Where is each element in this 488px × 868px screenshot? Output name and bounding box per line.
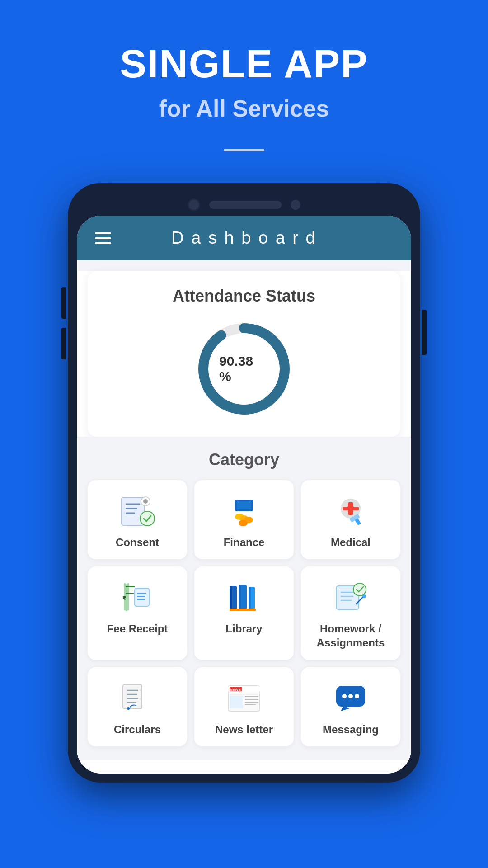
svg-point-41	[362, 594, 366, 598]
homework-icon	[330, 579, 371, 615]
attendance-title: Attendance Status	[173, 287, 315, 306]
circulars-label: Circulars	[114, 722, 161, 736]
homework-label: Homework / Assignments	[308, 622, 393, 650]
svg-text:NEWS: NEWS	[230, 688, 241, 692]
medical-label: Medical	[331, 535, 371, 549]
dashboard-title: D a s h b o a r d	[171, 228, 316, 248]
library-icon	[224, 579, 264, 615]
side-button-left1	[61, 287, 66, 319]
messaging-label: Messaging	[323, 722, 379, 736]
phone-notch	[77, 192, 411, 216]
library-label: Library	[225, 622, 262, 636]
category-circulars[interactable]: Circulars	[88, 667, 187, 746]
hamburger-line	[95, 237, 111, 239]
category-title: Category	[88, 450, 400, 469]
hamburger-menu[interactable]	[95, 232, 111, 244]
svg-rect-22	[126, 593, 134, 594]
side-button-left2	[61, 328, 66, 359]
finance-icon	[224, 493, 264, 529]
svg-rect-53	[230, 696, 243, 708]
svg-rect-31	[239, 585, 241, 609]
svg-point-14	[239, 520, 248, 526]
category-finance[interactable]: Finance	[194, 480, 294, 559]
attendance-chart: 90.38 %	[194, 319, 294, 419]
phone-screen: D a s h b o a r d Attendance Status 90.3…	[77, 216, 411, 774]
svg-point-61	[355, 694, 359, 698]
consent-label: Consent	[116, 535, 159, 549]
category-section: Category	[77, 437, 411, 760]
svg-point-47	[127, 707, 130, 710]
category-grid: Consent	[88, 480, 400, 746]
phone-frame: D a s h b o a r d Attendance Status 90.3…	[68, 183, 420, 783]
category-library[interactable]: Library	[194, 566, 294, 660]
hero-subtitle: for All Services	[159, 95, 329, 122]
category-messaging[interactable]: Messaging	[301, 667, 400, 746]
attendance-percentage: 90.38 %	[219, 354, 269, 384]
hero-title: SINGLE APP	[120, 41, 368, 87]
svg-point-6	[140, 511, 155, 526]
phone-wrapper: D a s h b o a r d Attendance Status 90.3…	[68, 183, 420, 783]
svg-point-59	[342, 694, 347, 698]
sensor-notch	[291, 200, 300, 210]
hero-section: SINGLE APP for All Services	[0, 0, 488, 151]
finance-label: Finance	[224, 535, 265, 549]
attendance-card: Attendance Status 90.38 %	[88, 271, 400, 437]
screen-content: Attendance Status 90.38 % Category	[77, 271, 411, 774]
medical-icon	[330, 493, 371, 529]
svg-rect-20	[126, 586, 135, 587]
newsletter-label: News letter	[215, 722, 273, 736]
svg-rect-29	[230, 586, 232, 609]
camera-notch	[188, 198, 200, 211]
svg-rect-10	[237, 501, 251, 509]
messaging-icon	[330, 680, 371, 716]
dashboard-header: D a s h b o a r d	[77, 216, 411, 260]
category-newsletter[interactable]: NEWS News letter	[194, 667, 294, 746]
svg-point-39	[353, 583, 366, 596]
fee-receipt-label: Fee Receipt	[107, 622, 168, 636]
svg-point-60	[348, 694, 353, 698]
svg-point-8	[143, 499, 148, 504]
hamburger-line	[95, 242, 111, 244]
category-medical[interactable]: Medical	[301, 480, 400, 559]
fee-receipt-icon: ₹	[117, 579, 158, 615]
category-consent[interactable]: Consent	[88, 480, 187, 559]
svg-text:₹: ₹	[122, 595, 126, 602]
svg-rect-24	[135, 588, 149, 606]
speaker-notch	[209, 201, 282, 209]
category-homework[interactable]: Homework / Assignments	[301, 566, 400, 660]
svg-rect-33	[249, 587, 251, 609]
svg-rect-21	[126, 590, 133, 590]
hero-divider	[224, 149, 264, 151]
category-fee-receipt[interactable]: ₹ Fee Receipt	[88, 566, 187, 660]
circulars-icon	[117, 680, 158, 716]
consent-icon	[117, 493, 158, 529]
svg-rect-34	[230, 609, 256, 611]
hamburger-line	[95, 232, 111, 234]
newsletter-icon: NEWS	[224, 680, 264, 716]
svg-rect-17	[343, 507, 359, 510]
side-button-right	[422, 310, 427, 355]
